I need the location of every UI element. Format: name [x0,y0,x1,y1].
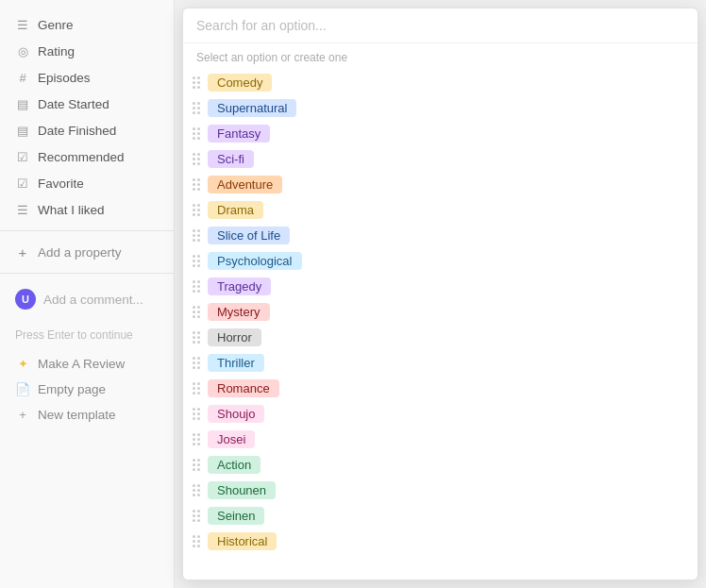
options-list: Comedy Supernatural Fantasy Sci-fi Adven [183,70,698,580]
option-historical[interactable]: Historical [183,529,698,554]
drag-handle-action [193,459,200,471]
list-icon: ☰ [15,202,30,217]
genre-dropdown: Select an option or create one Comedy Su… [182,8,698,580]
search-input[interactable] [183,8,698,43]
option-shounen[interactable]: Shounen [183,478,698,503]
option-psychological[interactable]: Psychological [183,248,698,274]
list-icon: ☰ [15,17,30,32]
drag-handle-scifi [193,153,200,165]
drag-handle-historical [193,535,200,547]
drag-handle-romance [193,382,200,395]
option-tag-psychological: Psychological [208,252,302,270]
sidebar-label-episodes: Episodes [38,71,91,85]
drag-handle-adventure [193,178,200,191]
option-tag-fantasy: Fantasy [208,125,270,143]
drag-handle-thriller [193,357,200,369]
drag-handle-comedy [193,76,200,89]
sidebar-label-recommended: Recommended [38,150,125,164]
press-enter-hint: Press Enter to continue [0,317,174,347]
drag-handle-seinen [193,510,200,522]
option-horror[interactable]: Horror [183,325,698,350]
option-seinen[interactable]: Seinen [183,503,698,529]
sidebar-label-date-started: Date Started [38,97,109,111]
sidebar-bottom-new-template[interactable]: + New template [0,402,174,428]
option-tag-action: Action [208,456,261,474]
add-property-button[interactable]: Add a property [0,239,174,265]
sidebar-item-rating[interactable]: ◎ Rating [0,38,174,64]
option-tag-sliceoflife: Slice of Life [208,227,290,244]
sidebar-label-genre: Genre [38,18,74,32]
sidebar-label-rating: Rating [38,44,75,59]
plus-icon [15,244,30,260]
bottom-label-new-template: New template [38,408,116,422]
sidebar-bottom-make-review[interactable]: ✦ Make A Review [0,351,174,377]
dropdown-hint: Select an option or create one [183,43,698,70]
sidebar-divider [0,230,174,231]
sidebar-item-episodes[interactable]: # Episodes [0,64,174,91]
drag-handle-fantasy [193,127,200,140]
option-tag-historical: Historical [208,532,277,550]
drag-handle-supernatural [193,102,200,114]
option-tragedy[interactable]: Tragedy [183,274,698,299]
option-shoujo[interactable]: Shoujo [183,401,698,427]
drag-handle-josei [193,433,200,445]
option-josei[interactable]: Josei [183,427,698,452]
calendar-icon: ▤ [15,96,30,111]
option-drama[interactable]: Drama [183,197,698,223]
sidebar-label-favorite: Favorite [38,176,84,191]
option-thriller[interactable]: Thriller [183,350,698,376]
add-property-label: Add a property [38,245,122,260]
option-tag-adventure: Adventure [208,176,282,193]
option-tag-mystery: Mystery [208,303,270,321]
hash-icon: # [15,70,30,85]
option-scifi[interactable]: Sci-fi [183,146,698,172]
option-sliceoflife[interactable]: Slice of Life [183,223,698,248]
option-action[interactable]: Action [183,452,698,478]
sidebar-item-genre[interactable]: ☰ Genre [0,11,174,38]
drag-handle-psychological [193,255,200,267]
circle-icon: ◎ [15,43,30,59]
bottom-label-make-review: Make A Review [38,357,125,371]
option-tag-tragedy: Tragedy [208,277,271,295]
option-tag-romance: Romance [208,379,279,397]
option-tag-supernatural: Supernatural [208,99,296,117]
sidebar: ☰ Genre ◎ Rating # Episodes ▤ Date Start… [0,0,175,588]
drag-handle-shoujo [193,408,200,420]
drag-handle-drama [193,204,200,216]
option-supernatural[interactable]: Supernatural [183,95,698,121]
check-icon: ☑ [15,176,30,191]
option-romance[interactable]: Romance [183,376,698,401]
option-tag-shounen: Shounen [208,481,276,499]
option-adventure[interactable]: Adventure [183,172,698,197]
drag-handle-mystery [193,306,200,318]
sidebar-label-date-finished: Date Finished [38,124,116,138]
bottom-label-empty-page: Empty page [38,382,106,396]
comment-section[interactable]: U Add a comment... [0,281,174,317]
option-tag-thriller: Thriller [208,354,264,372]
option-comedy[interactable]: Comedy [183,70,698,95]
option-tag-drama: Drama [208,201,263,219]
option-tag-josei: Josei [208,430,255,448]
drag-handle-sliceoflife [193,229,200,242]
sidebar-bottom-empty-page[interactable]: 📄 Empty page [0,377,174,402]
option-tag-comedy: Comedy [208,74,272,92]
sidebar-item-favorite[interactable]: ☑ Favorite [0,170,174,196]
drag-handle-tragedy [193,280,200,293]
sidebar-item-recommended[interactable]: ☑ Recommended [0,143,174,170]
page-icon: 📄 [15,382,30,396]
drag-handle-horror [193,331,200,344]
option-tag-shoujo: Shoujo [208,405,264,423]
plus-icon: + [15,408,30,422]
check-icon: ☑ [15,149,30,164]
option-tag-horror: Horror [208,328,261,346]
sidebar-item-what-i-liked[interactable]: ☰ What I liked [0,196,174,223]
sidebar-item-date-finished[interactable]: ▤ Date Finished [0,117,174,143]
add-comment-label: Add a comment... [43,293,143,307]
sidebar-item-date-started[interactable]: ▤ Date Started [0,91,174,117]
option-fantasy[interactable]: Fantasy [183,121,698,146]
option-mystery[interactable]: Mystery [183,299,698,325]
calendar-icon: ▤ [15,123,30,138]
sidebar-label-what-i-liked: What I liked [38,203,105,217]
avatar: U [15,289,36,310]
option-tag-scifi: Sci-fi [208,150,254,168]
